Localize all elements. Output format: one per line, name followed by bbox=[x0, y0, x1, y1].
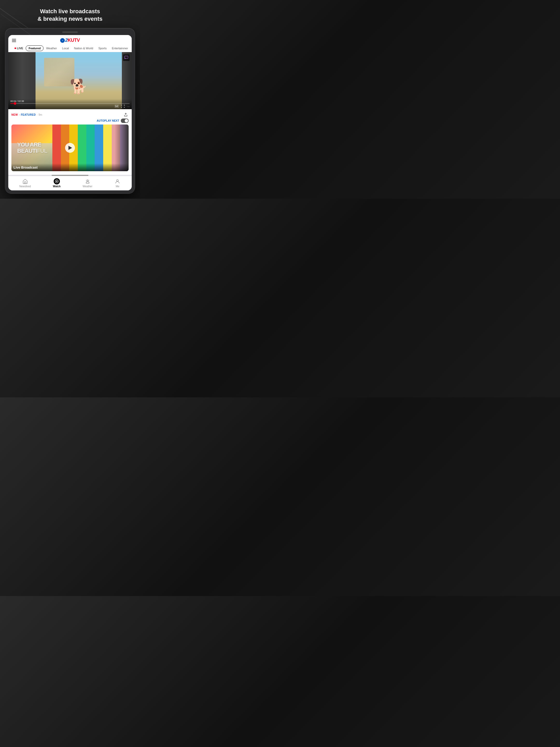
tag-arrow: › bbox=[19, 113, 20, 116]
tab-nation-world[interactable]: Nation & World bbox=[72, 45, 96, 52]
tab-live[interactable]: LIVE bbox=[12, 45, 26, 52]
tag-separator: · bbox=[37, 113, 37, 116]
card-thumbnail: YOU AREBEAUTIFUL Live Broadcast bbox=[11, 125, 129, 171]
me-icon bbox=[114, 178, 121, 184]
svg-rect-4 bbox=[115, 106, 118, 107]
svg-point-9 bbox=[117, 180, 118, 182]
logo-name: KUTV bbox=[68, 37, 80, 43]
page-headline: Watch live broadcasts & breaking news ev… bbox=[37, 8, 103, 23]
nav-label-watch: Watch bbox=[53, 185, 61, 188]
autoplay-toggle[interactable] bbox=[121, 119, 129, 123]
svg-rect-2 bbox=[115, 106, 116, 106]
live-dot bbox=[15, 48, 16, 49]
hamburger-menu[interactable] bbox=[12, 39, 16, 42]
tablet-notch bbox=[62, 31, 78, 33]
toggle-knob bbox=[125, 119, 128, 123]
autoplay-label: AUTOPLAY NEXT bbox=[97, 119, 119, 122]
nav-label-weather: Weather bbox=[83, 185, 92, 188]
logo-channel-text: 2 bbox=[65, 37, 68, 43]
meta-row: NEW › FEATURED · 9m bbox=[11, 112, 129, 118]
mural-text: YOU AREBEAUTIFUL bbox=[17, 141, 48, 154]
nav-item-watch[interactable]: Watch bbox=[49, 178, 64, 188]
video-player[interactable]: 🐕 00:04 / 02:38 bbox=[8, 52, 132, 109]
dog-silhouette: 🐕 bbox=[70, 78, 88, 95]
card-caption: Live Broadcast bbox=[11, 163, 129, 171]
tab-sports[interactable]: Sports bbox=[96, 45, 109, 52]
weather-icon bbox=[84, 178, 91, 184]
nav-label-newsfeed: Newsfeed bbox=[20, 185, 31, 188]
tab-local[interactable]: Local bbox=[59, 45, 71, 52]
cast-icon bbox=[123, 54, 130, 61]
video-progress-dot bbox=[14, 102, 16, 105]
more-options-button[interactable]: ··· bbox=[127, 105, 130, 108]
app-container: 2 KUTV LIVE Featured Weather Local bbox=[8, 35, 132, 190]
tag-featured: FEATURED bbox=[21, 113, 36, 116]
article-time: 9m bbox=[38, 113, 42, 116]
video-card[interactable]: YOU AREBEAUTIFUL Live Broadcast bbox=[11, 125, 129, 171]
video-control-buttons: ··· bbox=[10, 105, 130, 108]
autoplay-row: AUTOPLAY NEXT bbox=[11, 119, 129, 123]
subtitles-button[interactable] bbox=[115, 105, 118, 108]
scroll-bar bbox=[52, 175, 89, 176]
video-controls: 00:04 / 02:38 bbox=[8, 99, 132, 109]
svg-rect-5 bbox=[24, 182, 26, 184]
cast-button[interactable] bbox=[123, 54, 130, 61]
nav-item-weather[interactable]: Weather bbox=[79, 178, 96, 188]
tab-entertainment[interactable]: Entertainment bbox=[109, 45, 128, 52]
nav-label-me: Me bbox=[116, 185, 119, 188]
svg-rect-3 bbox=[117, 106, 118, 106]
nav-item-newsfeed[interactable]: Newsfeed bbox=[16, 178, 34, 188]
fullscreen-button[interactable] bbox=[121, 105, 125, 108]
tab-weather[interactable]: Weather bbox=[44, 45, 59, 52]
svg-marker-7 bbox=[56, 181, 58, 182]
meta-tags: NEW › FEATURED · 9m bbox=[11, 113, 42, 116]
play-icon bbox=[69, 146, 72, 150]
tab-featured[interactable]: Featured bbox=[26, 45, 43, 51]
bottom-nav: Newsfeed Watch bbox=[8, 176, 132, 190]
logo-circle bbox=[60, 38, 65, 43]
watch-icon-circle bbox=[54, 178, 60, 184]
tablet-frame: 2 KUTV LIVE Featured Weather Local bbox=[5, 28, 135, 194]
video-progress-bar[interactable] bbox=[10, 103, 130, 104]
content-area: NEW › FEATURED · 9m AUTOPLAY NEXT bbox=[8, 109, 132, 175]
header-top: 2 KUTV bbox=[12, 37, 128, 43]
nav-item-me[interactable]: Me bbox=[111, 178, 124, 188]
home-icon bbox=[22, 178, 28, 184]
tag-new: NEW bbox=[11, 113, 18, 116]
card-title: Live Broadcast bbox=[14, 165, 37, 170]
watch-icon bbox=[54, 178, 60, 184]
share-button[interactable] bbox=[123, 112, 129, 118]
app-logo: 2 KUTV bbox=[60, 37, 80, 43]
app-header: 2 KUTV LIVE Featured Weather Local bbox=[8, 35, 132, 52]
svg-rect-1 bbox=[115, 105, 118, 108]
video-time: 00:04 / 02:38 bbox=[10, 100, 130, 102]
nav-tabs: LIVE Featured Weather Local Nation & Wor… bbox=[12, 45, 128, 52]
play-button[interactable] bbox=[65, 143, 75, 153]
